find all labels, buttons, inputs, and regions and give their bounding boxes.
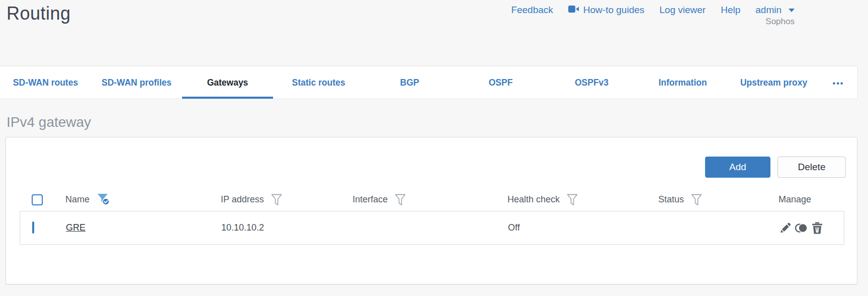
feedback-link[interactable]: Feedback: [511, 5, 553, 16]
column-header-ip-address: IP address: [221, 194, 353, 206]
column-header-manage: Manage: [778, 194, 844, 205]
clone-icon[interactable]: [795, 222, 808, 234]
select-all-checkbox[interactable]: [32, 194, 43, 205]
table-body: GRE 10.10.10.2 Off: [20, 211, 844, 245]
row-select-cell: [32, 223, 66, 233]
edit-icon[interactable]: [779, 222, 791, 234]
column-label: Name: [65, 194, 90, 205]
manage-cell: [779, 222, 844, 234]
table-row: GRE 10.10.10.2 Off: [20, 211, 844, 244]
delete-button[interactable]: Delete: [777, 157, 846, 178]
column-label: Status: [658, 194, 684, 205]
tab-bgp[interactable]: BGP: [364, 66, 455, 99]
section-title: IPv4 gateway: [7, 114, 868, 130]
tab-upstream-proxy[interactable]: Upstream proxy: [728, 66, 819, 99]
page-title: Routing: [7, 3, 71, 24]
tab-ospf[interactable]: OSPF: [455, 66, 546, 99]
tab-information[interactable]: Information: [637, 66, 728, 99]
row-checkbox[interactable]: [32, 221, 34, 234]
column-label: Manage: [778, 194, 811, 205]
tab-gateways[interactable]: Gateways: [182, 66, 273, 99]
tab-bar: SD-WAN routes SD-WAN profiles Gateways S…: [0, 66, 858, 99]
tabs-overflow-button[interactable]: •••: [819, 66, 857, 99]
column-label: Interface: [353, 194, 388, 205]
column-header-interface: Interface: [353, 194, 507, 206]
page-header: Routing Feedback How-to guides Log viewe…: [0, 0, 868, 66]
brand-label: Sophos: [765, 17, 795, 27]
add-button[interactable]: Add: [705, 157, 770, 178]
health-check-cell: Off: [508, 223, 659, 233]
utility-nav: Feedback How-to guides Log viewer Help a…: [511, 5, 795, 16]
gateway-table: Name IP address Interface: [20, 188, 844, 245]
tab-ospfv3[interactable]: OSPFv3: [546, 66, 637, 99]
ip-address-cell: 10.10.10.2: [221, 223, 353, 233]
log-viewer-link[interactable]: Log viewer: [659, 5, 706, 16]
chevron-down-icon: [789, 9, 795, 12]
filter-icon[interactable]: [395, 194, 406, 206]
howto-guides-link[interactable]: How-to guides: [568, 5, 644, 16]
help-link[interactable]: Help: [721, 5, 740, 16]
ipv4-gateway-card: Add Delete Name IP address: [6, 137, 857, 284]
name-cell: GRE: [66, 223, 221, 233]
filter-icon[interactable]: [567, 194, 578, 206]
filter-active-icon[interactable]: [97, 193, 110, 206]
column-header-status: Status: [658, 194, 778, 206]
user-menu[interactable]: admin: [755, 5, 795, 16]
column-label: Health check: [507, 194, 560, 205]
column-header-name: Name: [65, 193, 221, 206]
column-label: IP address: [221, 194, 264, 205]
delete-icon[interactable]: [812, 222, 823, 234]
status-cell: [659, 223, 779, 233]
tab-sd-wan-profiles[interactable]: SD-WAN profiles: [91, 66, 182, 99]
toolbar: Add Delete: [705, 157, 846, 178]
column-header-health-check: Health check: [507, 194, 658, 206]
video-camera-icon: [568, 5, 579, 16]
filter-icon[interactable]: [271, 194, 282, 206]
tab-static-routes[interactable]: Static routes: [273, 66, 364, 99]
gateway-name-link[interactable]: GRE: [66, 223, 85, 233]
table-header-row: Name IP address Interface: [20, 188, 844, 211]
filter-icon[interactable]: [691, 194, 702, 206]
select-all-cell: [32, 194, 65, 205]
tab-sd-wan-routes[interactable]: SD-WAN routes: [0, 66, 91, 99]
